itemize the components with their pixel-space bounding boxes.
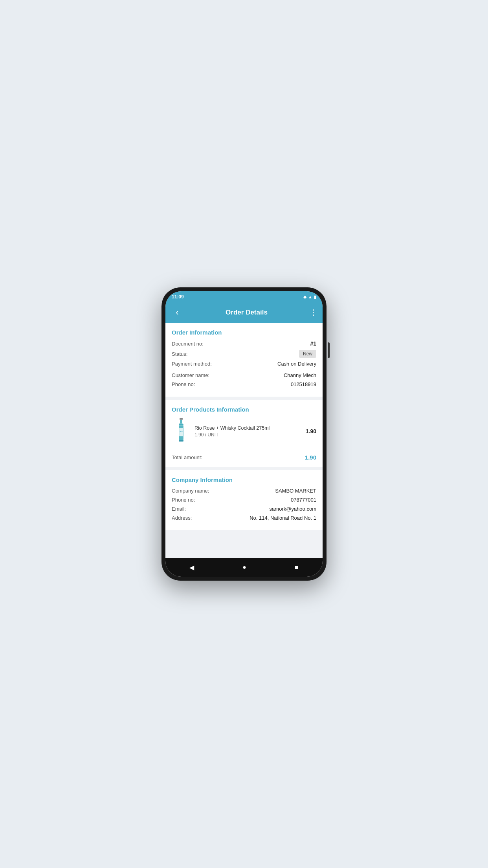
email-label: Email: xyxy=(172,506,186,512)
bottle-icon: RIO xyxy=(175,418,187,445)
nav-home-button[interactable]: ● xyxy=(235,561,254,574)
status-row: Status: New xyxy=(172,350,316,358)
document-value: #1 xyxy=(310,340,316,347)
svg-text:RIO: RIO xyxy=(180,430,183,432)
nav-back-button[interactable]: ◀ xyxy=(182,561,202,574)
company-name-row: Company name: SAMBO MARKET xyxy=(172,488,316,494)
email-row: Email: samork@yahoo.com xyxy=(172,506,316,512)
signal-icon: ▲ xyxy=(308,294,312,299)
company-phone-value: 078777001 xyxy=(291,497,316,503)
payment-label: Payment method: xyxy=(172,361,212,367)
total-amount-value: 1.90 xyxy=(305,454,316,461)
phone-screen: 11:09 ◆ ▲ ▮ ‹ Order Details ⋮ Order Info… xyxy=(165,291,323,577)
phone-label: Phone no: xyxy=(172,381,195,387)
order-products-section: Order Products Information xyxy=(165,400,323,467)
company-phone-label: Phone no: xyxy=(172,497,195,503)
svg-rect-1 xyxy=(180,420,182,424)
customer-value: Channy Miech xyxy=(284,372,316,378)
product-name: Rio Rose + Whisky Cocktail 275ml xyxy=(194,425,302,431)
company-name-label: Company name: xyxy=(172,488,209,494)
order-products-title: Order Products Information xyxy=(172,406,316,413)
product-price-unit: 1.90 / UNIT xyxy=(194,432,302,438)
address-label: Address: xyxy=(172,515,192,521)
product-image: RIO xyxy=(172,417,191,445)
status-time: 11:09 xyxy=(172,294,184,300)
wifi-icon: ◆ xyxy=(303,294,306,300)
nav-bar: ◀ ● ■ xyxy=(165,558,323,577)
status-bar: 11:09 ◆ ▲ ▮ xyxy=(165,291,323,302)
product-row: RIO Rio Rose + Whisky Cocktail 275ml 1.9… xyxy=(172,417,316,445)
menu-button[interactable]: ⋮ xyxy=(310,308,317,317)
page-title: Order Details xyxy=(226,309,268,316)
company-information-section: Company Information Company name: SAMBO … xyxy=(165,470,323,530)
phone-value: 012518919 xyxy=(291,381,316,387)
total-row: Total amount: 1.90 xyxy=(172,450,316,461)
address-row: Address: No. 114, National Road No. 1 xyxy=(172,515,316,521)
svg-rect-5 xyxy=(179,440,183,441)
order-information-section: Order Information Document no: #1 Status… xyxy=(165,323,323,397)
address-value: No. 114, National Road No. 1 xyxy=(250,515,316,521)
document-label: Document no: xyxy=(172,341,204,347)
app-bar: ‹ Order Details ⋮ xyxy=(165,302,323,323)
phone-row: Phone no: 012518919 xyxy=(172,381,316,387)
document-row: Document no: #1 xyxy=(172,340,316,347)
order-information-title: Order Information xyxy=(172,329,316,336)
back-button[interactable]: ‹ xyxy=(171,307,183,318)
product-total: 1.90 xyxy=(306,428,316,434)
payment-value: Cash on Delivery xyxy=(277,361,316,367)
scroll-content: Order Information Document no: #1 Status… xyxy=(165,323,323,558)
payment-row: Payment method: Cash on Delivery xyxy=(172,361,316,367)
status-badge: New xyxy=(299,350,316,358)
total-amount-label: Total amount: xyxy=(172,454,202,460)
phone-shell: 11:09 ◆ ▲ ▮ ‹ Order Details ⋮ Order Info… xyxy=(161,287,327,581)
status-icons: ◆ ▲ ▮ xyxy=(303,294,316,300)
customer-label: Customer name: xyxy=(172,372,209,378)
email-value: samork@yahoo.com xyxy=(270,506,316,512)
company-name-value: SAMBO MARKET xyxy=(275,488,316,494)
battery-icon: ▮ xyxy=(314,294,316,300)
customer-row: Customer name: Channy Miech xyxy=(172,372,316,378)
product-info: Rio Rose + Whisky Cocktail 275ml 1.90 / … xyxy=(194,425,302,438)
svg-rect-0 xyxy=(180,418,183,420)
company-phone-row: Phone no: 078777001 xyxy=(172,497,316,503)
nav-recents-button[interactable]: ■ xyxy=(287,561,306,574)
company-information-title: Company Information xyxy=(172,476,316,483)
status-label: Status: xyxy=(172,351,187,357)
